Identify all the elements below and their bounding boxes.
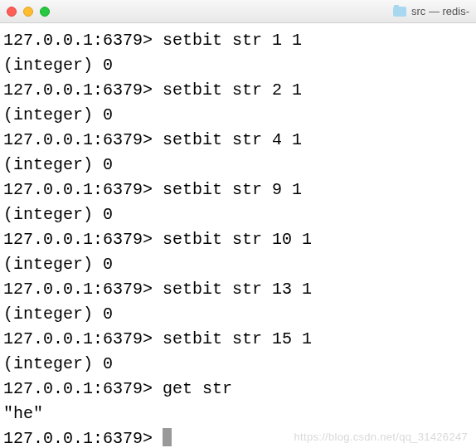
terminal-prompt-line: 127.0.0.1:6379> setbit str 2 1 [3, 78, 473, 103]
terminal-output-line: (integer) 0 [3, 202, 473, 227]
terminal-output-line: "he" [3, 402, 473, 426]
window-title: src — redis- [411, 5, 469, 17]
terminal-prompt: 127.0.0.1:6379> [3, 329, 153, 348]
window-titlebar: src — redis- [0, 0, 476, 23]
terminal-command: setbit str 13 1 [153, 280, 312, 299]
terminal-output-line: (integer) 0 [3, 153, 473, 178]
terminal-prompt-line: 127.0.0.1:6379> setbit str 1 1 [3, 28, 473, 53]
terminal-prompt: 127.0.0.1:6379> [3, 180, 153, 199]
terminal-prompt: 127.0.0.1:6379> [3, 230, 153, 249]
terminal-prompt-line: 127.0.0.1:6379> setbit str 9 1 [3, 178, 473, 202]
terminal-cursor [163, 428, 172, 446]
terminal-prompt-line: 127.0.0.1:6379> get str [3, 377, 473, 402]
close-button[interactable] [7, 7, 17, 17]
terminal-command: setbit str 2 1 [153, 80, 302, 100]
terminal-command: setbit str 4 1 [153, 130, 302, 149]
terminal-command: setbit str 15 1 [153, 329, 312, 348]
terminal-command: get str [153, 379, 232, 398]
terminal-prompt: 127.0.0.1:6379> [3, 130, 153, 149]
terminal-prompt-line: 127.0.0.1:6379> setbit str 4 1 [3, 128, 473, 153]
terminal-command: setbit str 10 1 [153, 230, 312, 249]
zoom-button[interactable] [40, 7, 50, 17]
traffic-lights [7, 7, 50, 17]
terminal-output-line: (integer) 0 [3, 53, 473, 78]
terminal-command: setbit str 1 1 [153, 31, 302, 50]
minimize-button[interactable] [23, 7, 33, 17]
terminal-prompt: 127.0.0.1:6379> [3, 379, 153, 398]
terminal-command [153, 429, 163, 448]
terminal-command: setbit str 9 1 [153, 180, 302, 199]
terminal-prompt: 127.0.0.1:6379> [3, 429, 153, 448]
watermark-text: https://blog.csdn.net/qq_31426247 [294, 431, 468, 443]
terminal-prompt: 127.0.0.1:6379> [3, 280, 153, 299]
terminal-prompt: 127.0.0.1:6379> [3, 31, 153, 50]
terminal-output[interactable]: 127.0.0.1:6379> setbit str 1 1(integer) … [0, 23, 476, 448]
terminal-prompt-line: 127.0.0.1:6379> setbit str 10 1 [3, 227, 473, 252]
folder-icon [393, 7, 406, 17]
terminal-prompt: 127.0.0.1:6379> [3, 80, 153, 100]
terminal-output-line: (integer) 0 [3, 252, 473, 277]
terminal-output-line: (integer) 0 [3, 352, 473, 377]
terminal-output-line: (integer) 0 [3, 103, 473, 128]
terminal-output-line: (integer) 0 [3, 302, 473, 327]
terminal-prompt-line: 127.0.0.1:6379> setbit str 15 1 [3, 327, 473, 352]
terminal-prompt-line: 127.0.0.1:6379> setbit str 13 1 [3, 277, 473, 302]
window-title-area: src — redis- [393, 5, 469, 17]
